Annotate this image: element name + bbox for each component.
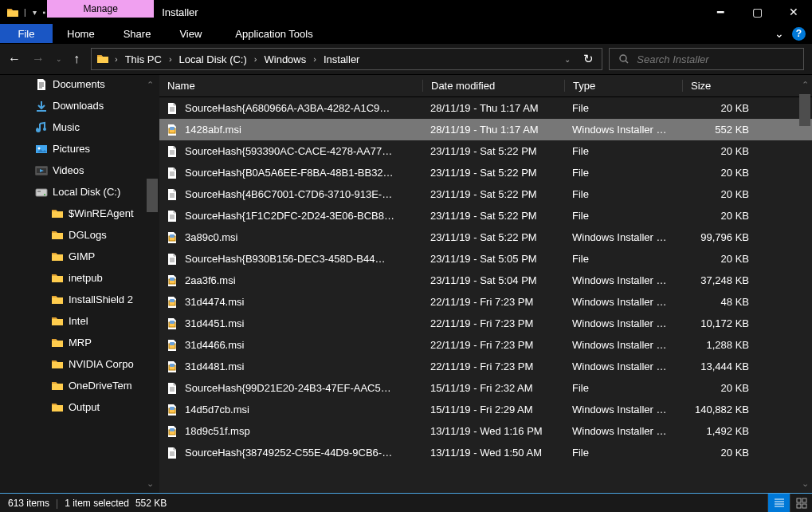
file-date: 23/11/19 - Sat 5:22 PM xyxy=(422,145,564,157)
file-size: 37,248 KB xyxy=(682,274,757,286)
file-date: 23/11/19 - Sat 5:04 PM xyxy=(422,274,564,286)
file-date: 23/11/19 - Sat 5:22 PM xyxy=(422,188,564,200)
file-tab[interactable]: File xyxy=(0,24,53,43)
navpane-item[interactable]: DGLogs xyxy=(0,224,159,246)
file-size: 20 KB xyxy=(682,188,757,200)
nav-up-button[interactable]: ↑ xyxy=(73,52,80,66)
navpane-item[interactable]: Music xyxy=(0,116,159,138)
status-item-count: 613 items xyxy=(8,498,49,509)
nav-forward-button[interactable]: → xyxy=(32,52,45,66)
column-date[interactable]: Date modified xyxy=(422,80,564,92)
navigation-pane[interactable]: ⌃ DocumentsDownloadsMusicPicturesVideosL… xyxy=(0,75,159,493)
column-name[interactable]: Name xyxy=(159,80,422,92)
navpane-item[interactable]: Documents xyxy=(0,75,159,95)
address-dropdown-icon[interactable]: ⌄ xyxy=(564,55,571,64)
scroll-down-icon[interactable]: ⌄ xyxy=(143,477,156,490)
refresh-button[interactable]: ↻ xyxy=(583,52,594,66)
address-root-icon xyxy=(96,53,109,65)
breadcrumb[interactable]: This PC xyxy=(124,53,163,65)
file-row[interactable]: SourceHash{38749252-C55E-44D9-9CB6-… 13/… xyxy=(159,442,812,463)
view-thumbnails-button[interactable] xyxy=(790,494,812,513)
navpane-item[interactable]: Videos xyxy=(0,160,159,181)
chevron-right-icon[interactable]: › xyxy=(250,54,261,64)
navpane-item[interactable]: Output xyxy=(0,396,159,418)
ribbon-expand-icon[interactable]: ⌄ xyxy=(775,27,784,40)
file-row[interactable]: 3a89c0.msi 23/11/19 - Sat 5:22 PM Window… xyxy=(159,226,812,248)
qat-dropdown-icon[interactable]: ▾ xyxy=(31,8,38,17)
file-row[interactable]: SourceHash{593390AC-CACE-4278-AA77… 23/1… xyxy=(159,140,812,162)
column-type[interactable]: Type xyxy=(564,80,682,92)
nav-history-dropdown[interactable]: ⌄ xyxy=(56,55,62,63)
manage-context-tab[interactable]: Manage xyxy=(47,0,154,18)
chevron-right-icon[interactable]: › xyxy=(309,54,320,64)
file-row[interactable]: SourceHash{4B6C7001-C7D6-3710-913E-… 23/… xyxy=(159,183,812,205)
folder-icon xyxy=(51,293,64,306)
msi-icon xyxy=(166,404,178,416)
navpane-item-label: Documents xyxy=(53,78,105,90)
file-date: 23/11/19 - Sat 5:22 PM xyxy=(422,210,564,222)
file-row[interactable]: 31d4451.msi 22/11/19 - Fri 7:23 PM Windo… xyxy=(159,313,812,334)
msi-icon xyxy=(166,317,178,330)
navpane-item-label: GIMP xyxy=(69,250,95,262)
file-row[interactable]: SourceHash{A680966A-A3BA-4282-A1C9… 28/1… xyxy=(159,97,812,119)
file-name: SourceHash{B0A5A6EE-F8BA-48B1-BB32… xyxy=(185,167,394,179)
qat-overflow[interactable]: ▪ xyxy=(41,8,48,17)
address-bar[interactable]: › This PC › Local Disk (C:) › Windows › … xyxy=(91,48,602,70)
navpane-item[interactable]: GIMP xyxy=(0,246,159,267)
file-row[interactable]: SourceHash{B930B156-DEC3-458D-B44… 23/11… xyxy=(159,248,812,270)
file-row[interactable]: 1428abf.msi 28/11/19 - Thu 1:17 AM Windo… xyxy=(159,119,812,140)
file-row[interactable]: 18d9c51f.msp 13/11/19 - Wed 1:16 PM Wind… xyxy=(159,420,812,442)
file-type: File xyxy=(564,210,682,222)
scroll-down-icon[interactable]: ⌄ xyxy=(799,477,810,490)
file-row[interactable]: 31d4474.msi 22/11/19 - Fri 7:23 PM Windo… xyxy=(159,291,812,313)
file-date: 15/11/19 - Fri 2:29 AM xyxy=(422,404,564,416)
file-name: 2aa3f6.msi xyxy=(185,274,236,286)
navpane-item[interactable]: inetpub xyxy=(0,267,159,289)
scroll-up-icon[interactable]: ⌃ xyxy=(799,78,810,91)
navpane-item[interactable]: NVIDIA Corpo xyxy=(0,353,159,375)
file-row[interactable]: 14d5d7cb.msi 15/11/19 - Fri 2:29 AM Wind… xyxy=(159,399,812,420)
ribbon: File Home Share View Application Tools ⌄… xyxy=(0,24,812,44)
breadcrumb[interactable]: Local Disk (C:) xyxy=(178,53,249,65)
file-row[interactable]: SourceHash{1F1C2DFC-2D24-3E06-BCB8… 23/1… xyxy=(159,205,812,226)
nav-back-button[interactable]: ← xyxy=(8,52,21,66)
breadcrumb[interactable]: Windows xyxy=(263,53,308,65)
tab-share[interactable]: Share xyxy=(109,24,166,43)
maximize-button[interactable]: ▢ xyxy=(739,0,775,24)
minimize-button[interactable]: ━ xyxy=(702,0,739,24)
chevron-right-icon[interactable]: › xyxy=(165,54,176,64)
navpane-item[interactable]: Pictures xyxy=(0,138,159,160)
help-button[interactable]: ? xyxy=(792,27,806,41)
file-row[interactable]: 31d4466.msi 22/11/19 - Fri 7:23 PM Windo… xyxy=(159,334,812,356)
file-row[interactable]: SourceHash{B0A5A6EE-F8BA-48B1-BB32… 23/1… xyxy=(159,162,812,183)
file-row[interactable]: SourceHash{99D21E20-24B3-47EF-AAC5… 15/1… xyxy=(159,377,812,399)
scrollbar-thumb[interactable] xyxy=(147,179,158,212)
tab-view[interactable]: View xyxy=(165,24,216,43)
scrollbar-thumb[interactable] xyxy=(799,94,810,126)
navpane-item[interactable]: Downloads xyxy=(0,95,159,116)
scrollbar[interactable]: ⌃ ⌄ xyxy=(799,78,810,490)
navpane-item[interactable]: Intel xyxy=(0,310,159,332)
navpane-item[interactable]: Local Disk (C:) xyxy=(0,181,159,203)
search-box[interactable] xyxy=(609,48,804,70)
chevron-right-icon[interactable]: › xyxy=(111,54,122,64)
file-name: 14d5d7cb.msi xyxy=(185,404,249,416)
tab-home[interactable]: Home xyxy=(53,24,109,43)
msi-icon xyxy=(166,425,178,438)
navpane-item[interactable]: MRP xyxy=(0,332,159,353)
search-icon xyxy=(618,53,629,65)
file-row[interactable]: 31d4481.msi 22/11/19 - Fri 7:23 PM Windo… xyxy=(159,356,812,377)
search-input[interactable] xyxy=(637,53,803,65)
file-type: Windows Installer … xyxy=(564,425,682,437)
view-details-button[interactable] xyxy=(767,494,790,513)
navpane-item-label: NVIDIA Corpo xyxy=(69,358,134,370)
file-type: File xyxy=(564,382,682,394)
column-size[interactable]: Size xyxy=(682,80,757,92)
navpane-item[interactable]: OneDriveTem xyxy=(0,375,159,396)
navpane-item[interactable]: InstallShield 2 xyxy=(0,289,159,310)
navpane-item[interactable]: $WinREAgent xyxy=(0,203,159,224)
close-button[interactable]: ✕ xyxy=(775,0,812,24)
file-row[interactable]: 2aa3f6.msi 23/11/19 - Sat 5:04 PM Window… xyxy=(159,270,812,291)
breadcrumb[interactable]: Installer xyxy=(322,53,362,65)
tab-application-tools[interactable]: Application Tools xyxy=(221,24,327,43)
